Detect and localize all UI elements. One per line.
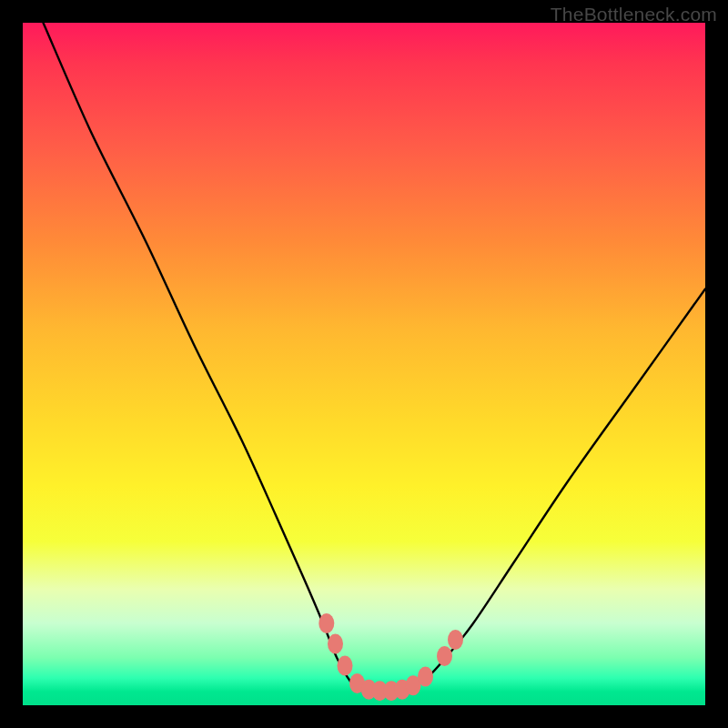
curve-marker — [318, 613, 334, 633]
bottleneck-curve — [44, 23, 706, 692]
curve-marker — [418, 667, 433, 687]
chart-frame: TheBottleneck.com — [0, 0, 728, 728]
chart-svg — [23, 23, 705, 705]
curve-marker — [328, 634, 343, 654]
curve-marker — [437, 646, 452, 666]
watermark-text: TheBottleneck.com — [551, 4, 717, 25]
curve-marker — [448, 630, 463, 650]
curve-marker — [338, 656, 353, 676]
curve-markers — [318, 613, 463, 701]
